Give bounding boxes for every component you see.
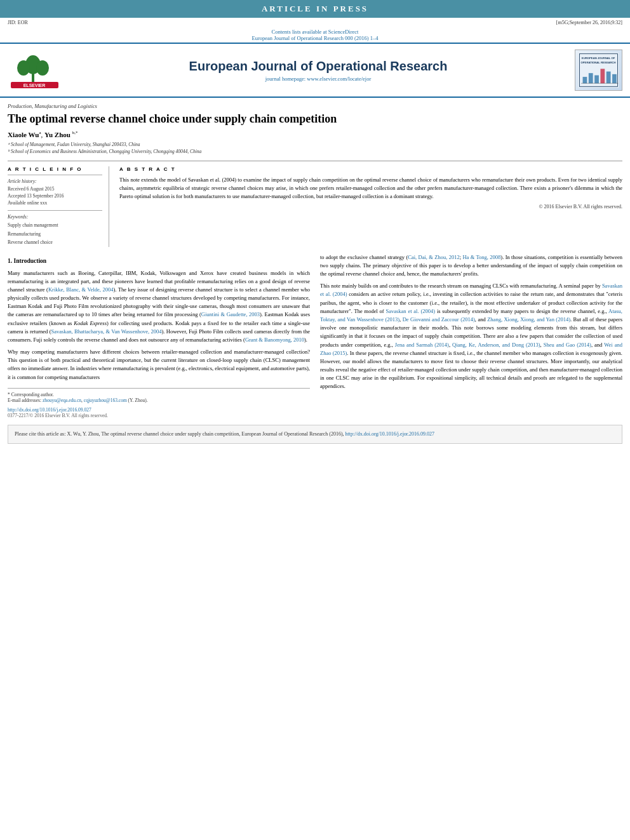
sciencedirect-link[interactable]: ScienceDirect: [328, 29, 359, 35]
affiliations: ᵃ School of Management, Fudan University…: [8, 141, 622, 156]
info-abstract-section: A R T I C L E I N F O Article history: R…: [8, 161, 622, 247]
affiliation-b: ᵇ School of Economics and Business Admin…: [8, 148, 622, 155]
contents-prefix: Contents lists available at: [272, 29, 328, 35]
rights-line: 0377-2217/© 2016 Elsevier B.V. All right…: [8, 413, 310, 418]
elsevier-logo: ELSEVIER: [8, 49, 62, 91]
doi-link[interactable]: http://dx.doi.org/10.1016/j.ejor.2016.09…: [8, 407, 310, 413]
journal-title: European Journal of Operational Research: [69, 59, 567, 74]
right-para1: to adopt the exclusive channel strategy …: [320, 253, 622, 279]
citation-bar: Please cite this article as: X. Wu, Y. Z…: [8, 425, 622, 444]
ref-savaskan-seminal[interactable]: Savaskan et al. (2004): [320, 283, 622, 297]
section-label: Production, Manufacturing and Logistics: [8, 103, 622, 109]
article-info-panel: A R T I C L E I N F O Article history: R…: [8, 166, 109, 247]
email-label: E-mail addresses:: [8, 397, 43, 403]
journal-header: ELSEVIER European Journal of Operational…: [0, 43, 630, 98]
affil-sup-b: b,*: [72, 130, 78, 135]
main-body: 1. Introduction Many manufacturers such …: [0, 253, 630, 418]
journal-ref: European Journal of Operational Research…: [252, 35, 379, 41]
ref-zhang[interactable]: Zhang, Xiong, Xiong, and Yan (2014): [487, 316, 570, 323]
abstract-title: A B S T R A C T: [119, 166, 622, 172]
jid-label: JID: EOR: [8, 20, 28, 25]
email-1[interactable]: zhouyu@eqa.edu.cn: [43, 397, 81, 403]
ref-degiovanni[interactable]: De Giovanni and Zaccour (2014): [403, 316, 475, 323]
ref-grant[interactable]: Grant & Banomyong, 2010: [245, 337, 304, 343]
keyword-1: Supply chain management: [8, 221, 102, 230]
article-title: The optimal reverse channel choice under…: [8, 112, 622, 126]
footnote-area: * Corresponding author. E-mail addresses…: [8, 388, 310, 403]
ref-giuntini[interactable]: Giuntini & Gaudette, 2003: [201, 311, 260, 317]
available-date: Available online xxx: [8, 199, 102, 206]
author-wu: Xiaole Wu: [8, 131, 39, 138]
svg-point-3: [17, 60, 30, 76]
affil-sup-a: a: [39, 130, 41, 135]
body-text-left: 1. Introduction Many manufacturers such …: [8, 257, 310, 382]
right-para2: This note mainly builds on and contribut…: [320, 282, 622, 390]
svg-rect-13: [594, 76, 599, 84]
body-text-right: to adopt the exclusive channel strategy …: [320, 253, 622, 391]
journal-homepage: journal homepage: www.elsevier.com/locat…: [69, 76, 567, 82]
intro-para1: Many manufacturers such as Boeing, Cater…: [8, 269, 310, 345]
copyright-text: © 2016 Elsevier B.V. All rights reserved…: [119, 204, 622, 210]
top-meta: JID: EOR [m5G;September 26, 2016;9:32]: [0, 18, 630, 27]
citation-doi[interactable]: http://dx.doi.org/10.1016/j.ejor.2016.09…: [345, 431, 435, 437]
left-column: 1. Introduction Many manufacturers such …: [8, 253, 310, 418]
svg-text:OPERATIONAL RESEARCH: OPERATIONAL RESEARCH: [580, 61, 615, 64]
svg-rect-14: [600, 69, 605, 83]
keywords-list: Supply chain management Remanufacturing …: [8, 221, 102, 247]
keyword-2: Remanufacturing: [8, 230, 102, 239]
history-label: Article history:: [8, 178, 102, 184]
article-in-press-banner: ARTICLE IN PRESS: [0, 0, 630, 18]
ref-krikke[interactable]: Krikke, Blanc, & Velde, 2004: [48, 286, 114, 293]
ref-cai[interactable]: Cai, Dai, & Zhou, 2012: [408, 254, 459, 260]
citation-prefix: Please cite this article as: X. Wu, Y. Z…: [15, 431, 345, 437]
received-date: Received 6 August 2015: [8, 185, 102, 192]
email-note: E-mail addresses: zhouyu@eqa.edu.cn, cqj…: [8, 397, 310, 403]
authors-line: Xiaole Wua, Yu Zhou b,*: [8, 130, 622, 138]
right-column: to adopt the exclusive channel strategy …: [320, 253, 622, 418]
accepted-date: Accepted 13 September 2016: [8, 192, 102, 199]
article-info-title: A R T I C L E I N F O: [8, 166, 102, 172]
date-stamp: [m5G;September 26, 2016;9:32]: [556, 20, 622, 25]
ref-ha[interactable]: Ha & Tong, 2008: [462, 254, 500, 260]
svg-point-4: [36, 60, 49, 76]
article-content: Production, Manufacturing and Logistics …: [0, 98, 630, 247]
keywords-label: Keywords:: [8, 214, 102, 220]
email-2[interactable]: cqjuyuzhou@163.com: [84, 397, 127, 403]
ref-jena[interactable]: Jena and Sarmah (2014): [395, 342, 449, 348]
svg-rect-15: [607, 72, 611, 84]
abstract-text: This note extends the model of Savaskan …: [119, 176, 622, 201]
journal-title-block: European Journal of Operational Research…: [69, 59, 567, 82]
intro-heading: 1. Introduction: [8, 257, 310, 266]
ref-qiang[interactable]: Qiang, Ke, Anderson, and Dong (2013): [452, 342, 540, 348]
abstract-section: A B S T R A C T This note extends the mo…: [119, 166, 622, 247]
corresponding-note: * Corresponding author.: [8, 392, 310, 397]
intro-para2: Why may competing manufacturers have dif…: [8, 348, 310, 382]
keyword-3: Reverse channel choice: [8, 238, 102, 247]
and-text: and: [594, 342, 602, 348]
svg-text:ELSEVIER: ELSEVIER: [23, 83, 46, 88]
svg-rect-12: [589, 73, 593, 83]
ref-savaskan2004[interactable]: Savaskan, Bhattacharya, & Van Wassenhove…: [51, 328, 161, 335]
ref-savaskan-model[interactable]: Savaskan et al. (2004): [386, 308, 436, 314]
affiliation-a: ᵃ School of Management, Fudan University…: [8, 141, 622, 148]
journal-subheader: Contents lists available at ScienceDirec…: [0, 27, 630, 43]
homepage-link[interactable]: www.elsevier.com/locate/ejor: [307, 76, 371, 82]
svg-rect-11: [583, 77, 587, 83]
svg-text:EUROPEAN JOURNAL OF: EUROPEAN JOURNAL OF: [582, 57, 615, 60]
ref-sheu[interactable]: Sheu and Gao (2014): [544, 342, 591, 348]
journal-logo-right: EUROPEAN JOURNAL OF OPERATIONAL RESEARCH: [575, 50, 622, 91]
svg-rect-16: [612, 74, 617, 83]
author-zhou: Yu Zhou: [44, 131, 70, 138]
